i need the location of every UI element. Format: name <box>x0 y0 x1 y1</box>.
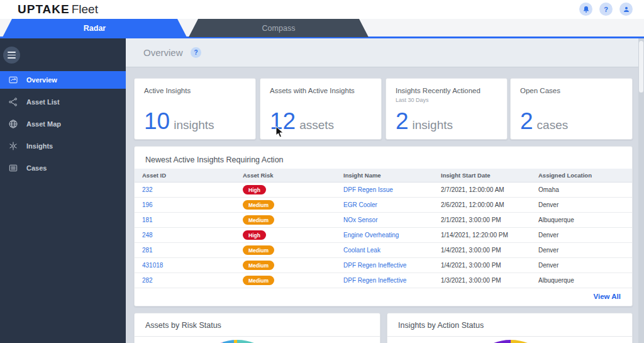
overview-icon <box>8 75 18 85</box>
top-bar: UPTAKEFleet ? <box>0 0 644 19</box>
insight-start-date: 2/1/2021, 3:00:00 PM <box>441 216 538 223</box>
card-insights-recently-actioned: Insights Recently Actioned Last 30 Days … <box>386 78 508 140</box>
notifications-button[interactable] <box>579 3 592 16</box>
sidebar-item-label: Asset List <box>26 98 60 106</box>
divider <box>135 336 380 337</box>
card-unit: assets <box>299 118 334 132</box>
main-content: Active Insights 10insights Assets with A… <box>126 67 644 343</box>
table-row: 181 Medium NOx Sensor 2/1/2021, 3:00:00 … <box>135 213 632 228</box>
table-row: 282 Medium DPF Regen Ineffective 1/3/202… <box>135 273 632 288</box>
assigned-location: Albuquerque <box>538 277 632 284</box>
hamburger-icon <box>8 52 16 53</box>
assets-risk-pie-chart <box>190 340 284 343</box>
card-value: 10 <box>144 110 170 133</box>
asset-id-link[interactable]: 232 <box>142 186 243 193</box>
asset-id-link[interactable]: 281 <box>142 247 243 254</box>
tab-radar[interactable]: Radar <box>3 19 187 37</box>
card-title: Insights Recently Actioned <box>396 87 480 94</box>
asset-list-icon <box>8 97 18 107</box>
assigned-location: Denver <box>538 262 632 269</box>
insight-name-link[interactable]: NOx Sensor <box>343 216 441 223</box>
asset-id-link[interactable]: 282 <box>142 277 243 284</box>
col-asset-id: Asset ID <box>142 172 243 179</box>
table-row: 248 High Engine Overheating 1/14/2021, 1… <box>135 228 632 243</box>
user-icon <box>623 6 630 13</box>
risk-badge: Medium <box>243 261 274 270</box>
sidebar-item-overview[interactable]: Overview <box>0 71 126 89</box>
menu-toggle-button[interactable] <box>3 47 20 64</box>
divider <box>387 336 632 337</box>
tab-radar-label: Radar <box>84 24 106 33</box>
card-title: Active Insights <box>144 87 191 94</box>
help-button[interactable]: ? <box>599 3 613 16</box>
logo-secondary: Fleet <box>72 3 98 16</box>
scrollbar-thumb[interactable] <box>639 41 643 93</box>
risk-badge: Medium <box>243 215 274 225</box>
insight-name-link[interactable]: DPF Regen Ineffective <box>343 277 441 284</box>
chart-title: Assets by Risk Status <box>145 321 221 330</box>
insight-start-date: 1/4/2021, 3:00:00 PM <box>441 247 538 254</box>
col-assigned-location: Assigned Location <box>538 172 632 179</box>
table-row: 196 Medium EGR Cooler 2/6/2021, 12:00:00… <box>135 198 632 213</box>
sidebar-item-cases[interactable]: Cases <box>0 159 126 177</box>
table-title: Newest Active Insights Requiring Action <box>145 155 284 164</box>
asset-id-link[interactable]: 196 <box>142 201 243 208</box>
insight-name-link[interactable]: Engine Overheating <box>343 232 441 239</box>
insight-name-link[interactable]: DPF Regen Ineffective <box>343 262 441 269</box>
help-icon: ? <box>604 6 608 13</box>
sidebar-item-label: Overview <box>26 76 57 84</box>
insights-icon <box>8 141 18 151</box>
bell-icon <box>582 6 590 13</box>
asset-id-link[interactable]: 181 <box>142 216 243 223</box>
table-row: 281 Medium Coolant Leak 1/4/2021, 3:00:0… <box>135 243 632 258</box>
page-title: Overview <box>143 47 183 58</box>
sidebar-item-label: Cases <box>26 164 47 172</box>
card-value: 12 <box>270 110 296 133</box>
insight-start-date: 1/3/2021, 3:00:00 PM <box>441 277 538 284</box>
card-open-cases: Open Cases 2cases <box>510 78 633 140</box>
vertical-scrollbar[interactable] <box>638 38 644 343</box>
col-insight-name: Insight Name <box>343 172 441 179</box>
assigned-location: Denver <box>538 247 632 254</box>
insights-table: Asset ID Asset Risk Insight Name Insight… <box>135 169 632 288</box>
card-unit: insights <box>174 118 214 132</box>
account-button[interactable] <box>619 3 633 16</box>
sidebar-item-asset-list[interactable]: Asset List <box>0 93 126 111</box>
card-unit: cases <box>537 118 569 132</box>
card-value: 2 <box>396 110 409 133</box>
page-help-button[interactable]: ? <box>191 47 201 58</box>
card-subtitle: Last 30 Days <box>396 97 429 103</box>
col-insight-start-date: Insight Start Date <box>441 172 538 179</box>
view-all-link[interactable]: View All <box>594 293 621 300</box>
table-row: 232 High DPF Regen Issue 2/7/2021, 12:00… <box>135 183 632 198</box>
insights-table-card: Newest Active Insights Requiring Action … <box>134 146 633 306</box>
col-asset-risk: Asset Risk <box>243 172 343 179</box>
card-unit: insights <box>413 118 453 132</box>
risk-badge: Medium <box>243 245 274 255</box>
sidebar-item-insights[interactable]: Insights <box>0 137 126 155</box>
sidebar-item-label: Insights <box>26 142 53 150</box>
assigned-location: Denver <box>538 232 632 239</box>
sidebar: Overview Asset List Asset Map Insights C… <box>0 38 126 343</box>
insight-name-link[interactable]: DPF Regen Issue <box>343 186 441 193</box>
chart-title: Insights by Action Status <box>398 321 484 330</box>
sidebar-item-asset-map[interactable]: Asset Map <box>0 115 126 133</box>
risk-badge: Medium <box>243 276 274 285</box>
topbar-actions: ? <box>579 3 633 16</box>
assigned-location: Denver <box>538 201 632 208</box>
insight-name-link[interactable]: Coolant Leak <box>343 247 441 254</box>
risk-badge: Medium <box>243 200 274 210</box>
asset-id-link[interactable]: 248 <box>142 232 243 239</box>
insight-start-date: 1/4/2021, 3:00:00 PM <box>441 262 538 269</box>
asset-map-icon <box>8 119 18 129</box>
card-title: Assets with Active Insights <box>270 87 355 94</box>
tab-bar: Radar Compass <box>0 19 644 38</box>
insights-action-pie-chart <box>464 340 558 343</box>
table-row: 431018 Medium DPF Regen Ineffective 1/4/… <box>135 258 632 273</box>
sidebar-nav: Overview Asset List Asset Map Insights C… <box>0 71 126 181</box>
asset-id-link[interactable]: 431018 <box>142 262 243 269</box>
page-header: Overview ? <box>126 38 644 67</box>
insight-start-date: 1/14/2021, 12:20:00 PM <box>441 232 538 239</box>
insight-name-link[interactable]: EGR Cooler <box>343 201 441 208</box>
tab-compass[interactable]: Compass <box>189 19 369 37</box>
